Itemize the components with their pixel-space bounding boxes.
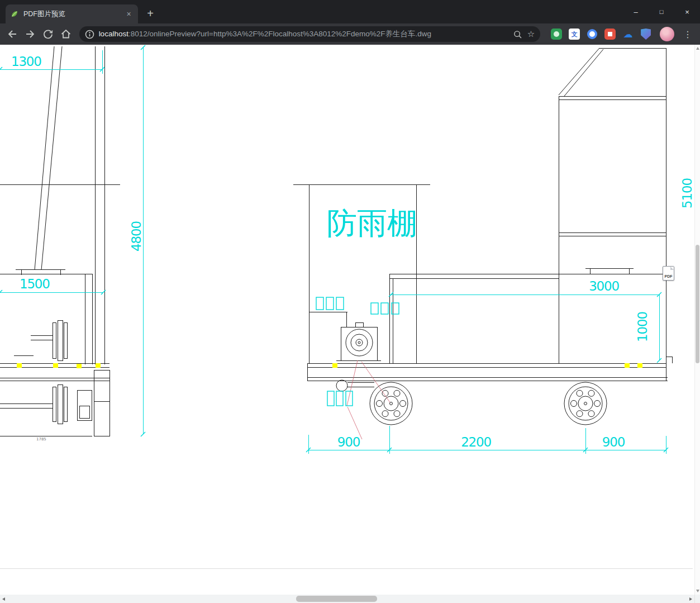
dim-3000: 3000 <box>589 279 619 293</box>
translate-icon: 文 <box>569 29 580 40</box>
scroll-down-arrow-icon[interactable] <box>696 590 699 592</box>
spring-leaf-favicon <box>10 10 19 18</box>
extension-icon-6[interactable] <box>640 28 652 40</box>
dimension-lines <box>0 48 666 454</box>
back-button[interactable] <box>4 26 20 42</box>
close-button[interactable]: × <box>674 0 700 23</box>
cyan-annotation-blocks <box>316 297 399 406</box>
drawing-curved-lines <box>35 46 607 425</box>
browser-window: PDF图片预览 × + – □ × <box>0 0 700 603</box>
center-mark-lines <box>347 360 390 439</box>
dim-900-left: 900 <box>337 435 360 449</box>
forward-button[interactable] <box>22 26 38 42</box>
pdf-icon[interactable]: PDF <box>663 266 674 281</box>
minimize-button[interactable]: – <box>623 0 649 23</box>
window-controls: – □ × <box>623 0 700 23</box>
tab-strip: PDF图片预览 × + – □ × <box>0 0 700 23</box>
url-host: localhost <box>99 30 128 38</box>
dim-900-right: 900 <box>602 435 625 449</box>
pdf-icon-label: PDF <box>665 274 673 278</box>
url-path: :8012/onlinePreview?url=http%3A%2F%2Floc… <box>128 30 431 38</box>
dim-4800: 4800 <box>129 221 144 251</box>
green-extension-icon <box>551 29 562 40</box>
ring-extension-icon <box>587 29 597 39</box>
horizontal-scrollbar-thumb[interactable] <box>296 596 377 602</box>
browser-toolbar: localhost:8012/onlinePreview?url=http%3A… <box>0 23 700 45</box>
extension-icon-5[interactable]: ☁ <box>622 28 634 40</box>
new-tab-button[interactable]: + <box>142 6 158 21</box>
extension-icon-3[interactable] <box>586 28 598 40</box>
dim-1300: 1300 <box>11 54 41 69</box>
scroll-right-arrow-icon[interactable] <box>689 597 692 601</box>
scroll-left-arrow-icon[interactable] <box>2 597 5 601</box>
horizontal-scrollbar[interactable] <box>0 595 694 603</box>
vertical-scrollbar[interactable] <box>694 45 700 595</box>
dim-1785: 1785 <box>36 437 46 441</box>
red-extension-icon <box>604 29 616 40</box>
reload-icon <box>41 27 55 41</box>
frame-highlight-marks <box>17 363 642 368</box>
zoom-magnifier-icon[interactable] <box>512 29 523 40</box>
shield-icon <box>641 29 651 40</box>
dim-1500: 1500 <box>20 277 50 291</box>
home-button[interactable] <box>58 26 74 42</box>
page-content: 1300 1500 4800 5100 3000 1000 900 2200 9… <box>0 45 700 595</box>
home-icon <box>59 27 73 41</box>
extension-icon-1[interactable] <box>550 28 563 40</box>
maximize-button[interactable]: □ <box>649 0 674 23</box>
dim-5100: 5100 <box>680 178 694 208</box>
cloud-icon: ☁ <box>623 29 633 40</box>
profile-avatar[interactable] <box>660 27 674 41</box>
tab-title: PDF图片预览 <box>23 10 120 19</box>
reload-button[interactable] <box>40 26 56 42</box>
browser-menu-button[interactable]: ⋮ <box>680 26 696 42</box>
cad-canvas: 1300 1500 4800 5100 3000 1000 900 2200 9… <box>0 45 694 595</box>
dim-1000: 1000 <box>635 312 650 342</box>
shelter-label: 防雨棚 <box>327 206 417 241</box>
tab-close-icon[interactable]: × <box>124 10 134 19</box>
drawing-structure-lines <box>0 46 693 568</box>
address-bar[interactable]: localhost:8012/onlinePreview?url=http%3A… <box>79 26 541 42</box>
site-info-icon[interactable] <box>85 30 94 39</box>
dim-2200: 2200 <box>461 435 491 449</box>
url-text[interactable]: localhost:8012/onlinePreview?url=http%3A… <box>99 29 508 39</box>
back-arrow-icon <box>6 27 19 41</box>
extension-icon-2[interactable]: 文 <box>568 28 580 40</box>
bookmark-star-icon[interactable]: ☆ <box>527 29 535 39</box>
extensions-area: 文 ☁ <box>550 28 652 40</box>
vertical-scrollbar-thumb[interactable] <box>696 245 699 363</box>
extension-icon-4[interactable] <box>604 28 616 40</box>
scroll-up-arrow-icon[interactable] <box>696 47 699 50</box>
forward-arrow-icon <box>23 27 37 41</box>
tab-pdf-preview[interactable]: PDF图片预览 × <box>6 4 138 23</box>
scrollbar-corner <box>694 595 700 603</box>
